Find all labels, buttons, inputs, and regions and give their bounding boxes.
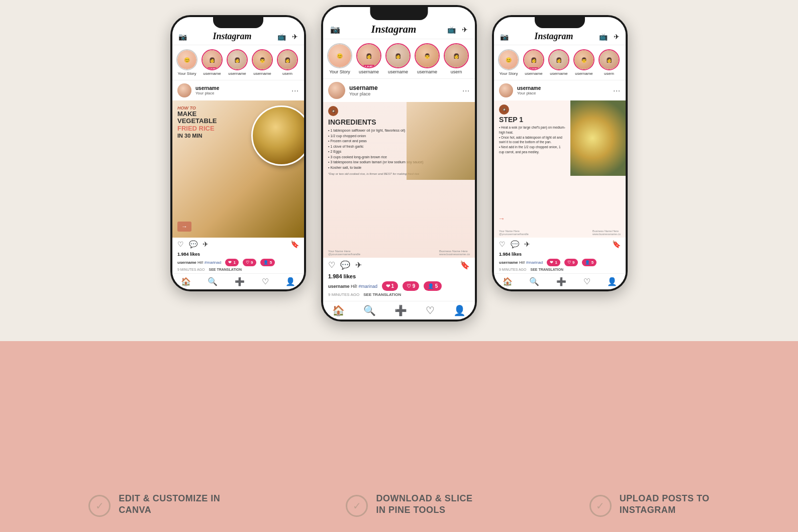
story-avatar-2-right: 👩	[548, 49, 569, 70]
story-your-left[interactable]: 😊 Your Story	[176, 49, 197, 76]
story-label-1-center: username	[359, 69, 379, 74]
post-username-center: username	[349, 84, 458, 91]
story-label-4-center: usern	[451, 69, 462, 74]
bookmark-icon-center[interactable]: 🔖	[460, 260, 470, 270]
bookmark-icon-right[interactable]: 🔖	[612, 240, 621, 248]
story-3-right[interactable]: 👨 username	[573, 49, 594, 76]
story-face-4-right: 👩	[600, 50, 619, 69]
story-avatar-1-left: 👩 LIVE	[202, 49, 223, 70]
post-avatar-right	[499, 83, 513, 97]
post-dots-right[interactable]: ···	[613, 86, 621, 94]
caption-text-left: Hil!	[197, 260, 205, 265]
see-translation-left[interactable]: SEE TRANSLATION	[209, 268, 242, 271]
story-1-right[interactable]: 👩 LIVE username	[523, 49, 544, 76]
home-icon-center[interactable]: 🏠	[332, 304, 345, 316]
home-icon-left[interactable]: 🏠	[181, 277, 191, 286]
add-icon-right[interactable]: ➕	[556, 277, 566, 286]
story-4-left[interactable]: 👩 usern	[277, 49, 298, 76]
bookmark-icon-left[interactable]: 🔖	[290, 240, 299, 248]
activity-icon-right[interactable]: ♡	[583, 277, 590, 286]
make-text: MAKE	[177, 111, 217, 118]
post-actions-center: ♡ 💬 ✈ 🔖	[323, 258, 475, 272]
caption-hashtag-left: #marinad	[205, 260, 221, 265]
tv-icon-left[interactable]: 📺	[277, 33, 286, 41]
camera-icon-center[interactable]: 📷	[330, 25, 340, 34]
search-icon-left[interactable]: 🔍	[208, 277, 218, 286]
stories-row-right: 😊 Your Story 👩 LIVE username 👩 username	[494, 45, 626, 80]
see-translation-right[interactable]: SEE TRANSLATION	[530, 268, 563, 271]
story-2-left[interactable]: 👩 username	[227, 49, 248, 76]
post-header-left: username Your place ···	[172, 80, 304, 100]
step1-footer-biz: Business Name Here www.businessname.co	[592, 230, 621, 236]
post-actions-right: ♡ 💬 ✈ 🔖	[494, 238, 626, 251]
heart-icon-center[interactable]: ♡	[328, 260, 335, 270]
profile-icon-right[interactable]: 👤	[607, 277, 617, 286]
activity-icon-center[interactable]: ♡	[426, 304, 435, 316]
ingredients-footer: Your Name Here @yourusername/handle Busi…	[328, 248, 470, 256]
time-left: 9 MINUTES AGO	[177, 268, 205, 271]
tv-icon-center[interactable]: 📺	[447, 26, 456, 34]
likes-row-center: 1.984 likes	[323, 272, 475, 280]
home-icon-right[interactable]: 🏠	[503, 277, 513, 286]
add-icon-left[interactable]: ➕	[235, 277, 245, 286]
story-label-your-right: Your Story	[499, 71, 518, 76]
caption-row-center: username Hil! #marinad ❤ 1 ♡ 9 👤 5	[323, 280, 475, 292]
heart-icon-left[interactable]: ♡	[177, 240, 184, 248]
tv-icon-right[interactable]: 📺	[599, 33, 608, 41]
story-label-1-left: username	[203, 71, 221, 76]
story-1-left[interactable]: 👩 LIVE username	[202, 49, 223, 76]
story-3-center[interactable]: 👨 username	[415, 43, 440, 74]
ig-icons-right: 📺 ✈	[599, 33, 620, 41]
story-label-1-right: username	[525, 71, 543, 76]
send-icon-right[interactable]: ✈	[614, 33, 620, 41]
story-face-2-left: 👩	[228, 50, 247, 69]
search-icon-right[interactable]: 🔍	[529, 277, 539, 286]
story-3-left[interactable]: 👨 username	[252, 49, 273, 76]
camera-icon-right[interactable]: 📷	[500, 33, 509, 41]
share-icon-center[interactable]: ✈	[355, 260, 362, 270]
live-badge-left: LIVE	[207, 67, 217, 70]
recipe-icon-center: 🍳	[328, 106, 338, 116]
story-avatar-3-center: 👨	[415, 43, 440, 68]
post-user-info-center: username Your place	[349, 84, 458, 96]
story-4-right[interactable]: 👩 usern	[598, 49, 620, 76]
story-face-1-left: 👩	[203, 50, 222, 69]
story-1-center[interactable]: 👩 LIVE username	[356, 43, 381, 74]
recipe-icon-right: 🍳	[499, 104, 509, 115]
send-icon-center[interactable]: ✈	[462, 26, 468, 34]
activity-icon-left[interactable]: ♡	[262, 277, 269, 286]
story-2-center[interactable]: 👩 username	[385, 43, 411, 74]
search-icon-center[interactable]: 🔍	[363, 304, 376, 316]
likes-row-right: 1.984 likes	[494, 251, 626, 258]
story-your-right[interactable]: 😊 Your Story	[498, 49, 519, 76]
arrow-button-left[interactable]: →	[177, 222, 191, 232]
story-avatar-3-right: 👨	[573, 49, 594, 70]
profile-icon-center[interactable]: 👤	[453, 304, 466, 316]
comment-icon-right[interactable]: 💬	[511, 240, 519, 248]
caption-username-right: username	[499, 260, 518, 265]
story-label-your-left: Your Story	[177, 71, 196, 76]
caption-row-left: username Hil! #marinad ❤ 1 ♡ 9 👤 5	[172, 258, 304, 267]
caption-hashtag-center: #marinad	[359, 284, 378, 289]
post-image-right: 🍳 STEP 1 • Heat a wok (or large chef's p…	[494, 100, 626, 238]
camera-icon-left[interactable]: 📷	[178, 33, 187, 41]
comment-icon-left[interactable]: 💬	[189, 240, 197, 248]
profile-icon-left[interactable]: 👤	[285, 277, 295, 286]
ig-icons-left: 📺 ✈	[277, 33, 298, 41]
see-translation-center[interactable]: SEE TRANSLATION	[363, 292, 401, 297]
heart-icon-right[interactable]: ♡	[499, 240, 506, 248]
add-icon-center[interactable]: ➕	[394, 304, 407, 316]
share-icon-right[interactable]: ✈	[524, 240, 530, 248]
story-4-center[interactable]: 👩 usern	[444, 43, 469, 74]
stories-row-center: 😊 Your Story 👩 LIVE username 👩 username	[323, 39, 475, 79]
phone-notch-center	[370, 7, 428, 20]
story-2-right[interactable]: 👩 username	[548, 49, 569, 76]
share-icon-left[interactable]: ✈	[203, 240, 209, 248]
footer-biz-center: Business Name Here www.businessname.co	[439, 250, 470, 256]
post-dots-left[interactable]: ···	[291, 86, 299, 94]
comment-icon-center[interactable]: 💬	[340, 260, 350, 270]
story-avatar-4-center: 👩	[444, 43, 469, 68]
post-dots-center[interactable]: ···	[462, 86, 470, 94]
story-your-center[interactable]: 😊 Your Story	[327, 43, 352, 74]
send-icon-left[interactable]: ✈	[292, 33, 298, 41]
